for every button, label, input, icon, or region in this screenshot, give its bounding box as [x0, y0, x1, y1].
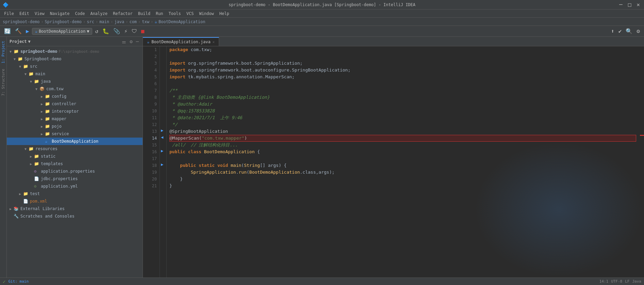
debug-icon[interactable]: 🐛: [101, 27, 111, 35]
menu-item-window[interactable]: Window: [196, 11, 216, 17]
menu-item-file[interactable]: File: [1, 11, 17, 17]
menu-item-code[interactable]: Code: [72, 11, 88, 17]
line-num-20: 20: [146, 176, 157, 183]
project-panel: Project ▼ ⚌ ⚙ ─ ▼ 📁 springboot-demo F:\s…: [7, 37, 143, 278]
code-content[interactable]: package com.txw; import org.springframew…: [167, 46, 639, 278]
tree-item-main[interactable]: ▼ 📁 main: [7, 70, 143, 78]
tree-item-test[interactable]: ▶ 📁 test: [7, 190, 143, 197]
breadcrumb-main[interactable]: main: [99, 19, 109, 24]
code-line-12: */: [169, 121, 636, 128]
menu-item-tools[interactable]: Tools: [166, 11, 184, 17]
tree-item-pom-xml[interactable]: ▶ 📄 pom.xml: [7, 197, 143, 205]
folder-icon: 📁: [23, 191, 29, 196]
tree-arrow: ▼: [24, 72, 29, 76]
tree-item-src[interactable]: ▼ 📁 src: [7, 63, 143, 70]
tree-item-controller[interactable]: ▶ 📁 controller: [7, 100, 143, 108]
breadcrumb-springboot-demo[interactable]: springboot-demo: [3, 19, 39, 24]
tree-item-pojo[interactable]: ▶ 📁 pojo: [7, 123, 143, 130]
status-line-sep[interactable]: LF: [625, 279, 629, 284]
tab-close-button[interactable]: ×: [213, 40, 215, 44]
tree-item-templates[interactable]: ▶ 📁 templates: [7, 160, 143, 168]
tree-item-java[interactable]: ▼ 📁 java: [7, 78, 143, 85]
panel-dropdown-icon[interactable]: ▼: [28, 39, 31, 44]
tree-item-springboot-demo-root[interactable]: ▼ 📁 springboot-demo F:\springboot-demo: [7, 48, 143, 55]
build-icon[interactable]: 🔨: [14, 27, 23, 35]
line-num-1: 1: [146, 46, 157, 53]
breadcrumb-txw[interactable]: txw: [142, 19, 149, 24]
tree-item-interceptor[interactable]: ▶ 📁 interceptor: [7, 108, 143, 115]
tree-item-external-libraries[interactable]: ▶ 📚 External Libraries: [7, 205, 143, 212]
rerun-icon[interactable]: ↺: [94, 27, 100, 35]
line-num-16: 16: [146, 148, 157, 155]
menu-bar: File Edit View Navigate Code Analyze Ref…: [0, 10, 644, 18]
run-config-selector[interactable]: ☕ BootDemoApplication ▼: [32, 28, 93, 35]
menu-item-vcs[interactable]: VCS: [184, 11, 197, 17]
panel-minimize-icon[interactable]: ─: [135, 38, 140, 45]
folder-icon: 📁: [45, 131, 50, 136]
status-language[interactable]: Java: [632, 279, 642, 284]
tree-item-static[interactable]: ▶ 📁 static: [7, 153, 143, 160]
menu-item-edit[interactable]: Edit: [17, 11, 32, 17]
tree-item-mapper[interactable]: ▶ 📁 mapper: [7, 115, 143, 123]
code-line-11: * @date:2021/7/1 上午 9:46: [169, 114, 636, 121]
menu-item-build[interactable]: Build: [135, 11, 153, 17]
run-config-dropdown-icon: ▼: [87, 29, 89, 34]
folder-icon: 📁: [29, 72, 34, 76]
xml-icon: 📄: [23, 199, 29, 204]
status-line-col[interactable]: 14:1: [599, 279, 609, 284]
tree-label: Scratches and Consoles: [20, 214, 75, 219]
menu-item-analyze[interactable]: Analyze: [87, 11, 110, 17]
stop-icon[interactable]: ■: [140, 27, 146, 35]
breadcrumb-com[interactable]: com: [129, 19, 137, 24]
status-encoding[interactable]: UTF-8: [611, 279, 622, 284]
tree-item-resources[interactable]: ▼ 📁 resources: [7, 145, 143, 153]
tree-item-application-properties[interactable]: ▶ ⚙ application.properties: [7, 168, 143, 175]
sync-icon[interactable]: 🔄: [3, 27, 12, 35]
package-icon: 📦: [39, 86, 45, 91]
editor-tab-bootdemoapplication[interactable]: ☕ BootDemoApplication.java ×: [143, 37, 219, 46]
vcs-update-icon[interactable]: ⬆: [610, 27, 616, 35]
sidebar-tab-project[interactable]: 1: Project: [0, 38, 6, 66]
run-icon[interactable]: ▶: [24, 27, 31, 35]
breadcrumb-src[interactable]: src: [87, 19, 94, 24]
tree-item-application-yml[interactable]: ▶ ⚙ application.yml: [7, 183, 143, 190]
tree-item-config[interactable]: ▶ 📁 config: [7, 93, 143, 100]
folder-icon: 📁: [45, 109, 50, 114]
menu-item-help[interactable]: Help: [217, 11, 232, 17]
vcs-commit-icon[interactable]: ✔: [617, 27, 623, 35]
menu-item-refactor[interactable]: Refactor: [110, 11, 135, 17]
coverage-icon[interactable]: 🛡: [130, 27, 138, 35]
close-button[interactable]: ✕: [635, 1, 641, 8]
menu-item-view[interactable]: View: [32, 11, 47, 17]
profile-icon[interactable]: ⚡: [123, 27, 129, 35]
attach-icon[interactable]: 📎: [112, 27, 121, 35]
tree-item-service[interactable]: ▶ 📁 service: [7, 130, 143, 138]
code-line-21: }: [169, 183, 636, 189]
menu-item-navigate[interactable]: Navigate: [47, 11, 72, 17]
menu-item-run[interactable]: Run: [153, 11, 166, 17]
tree-item-jdbc-properties[interactable]: ▶ 📄 jdbc.properties: [7, 175, 143, 183]
gutter-run-icon-14[interactable]: ◀: [161, 135, 163, 140]
tree-item-com-txw[interactable]: ▼ 📦 com.txw: [7, 85, 143, 93]
breadcrumb-bootdemoapplication[interactable]: BootDemoApplication: [159, 19, 205, 24]
tree-label: test: [30, 191, 40, 196]
project-tree: ▼ 📁 springboot-demo F:\springboot-demo ▼…: [7, 46, 143, 278]
sidebar-tab-structure[interactable]: 7: Structure: [0, 66, 6, 98]
breadcrumb-bar: springboot-demo › Springboot-demo › src …: [0, 18, 644, 26]
settings-icon[interactable]: ⚙: [635, 27, 641, 35]
tree-item-scratches[interactable]: ▶ 🔧 Scratches and Consoles: [7, 212, 143, 220]
tree-item-springboot-demo[interactable]: ▼ 📁 Springboot-demo: [7, 55, 143, 63]
search-everywhere-icon[interactable]: 🔍: [624, 27, 634, 35]
minimize-button[interactable]: ─: [618, 1, 624, 8]
gutter-run-icon-16[interactable]: ▶: [161, 148, 163, 153]
tree-item-bootdemoapplication[interactable]: ▶ ☕ BootDemoApplication: [7, 138, 143, 145]
panel-equalizer-icon[interactable]: ⚌: [121, 38, 127, 45]
maximize-button[interactable]: □: [627, 1, 633, 8]
gutter-run-icon-18[interactable]: ▶: [161, 162, 163, 167]
run-config-icon: ☕: [35, 29, 37, 34]
gutter-run-icon-13[interactable]: ▶: [161, 128, 163, 133]
panel-settings-icon[interactable]: ⚙: [129, 38, 133, 45]
breadcrumb-springboot-demo-module[interactable]: Springboot-demo: [45, 19, 82, 24]
breadcrumb-java[interactable]: java: [114, 19, 124, 24]
code-line-17: [169, 155, 636, 162]
